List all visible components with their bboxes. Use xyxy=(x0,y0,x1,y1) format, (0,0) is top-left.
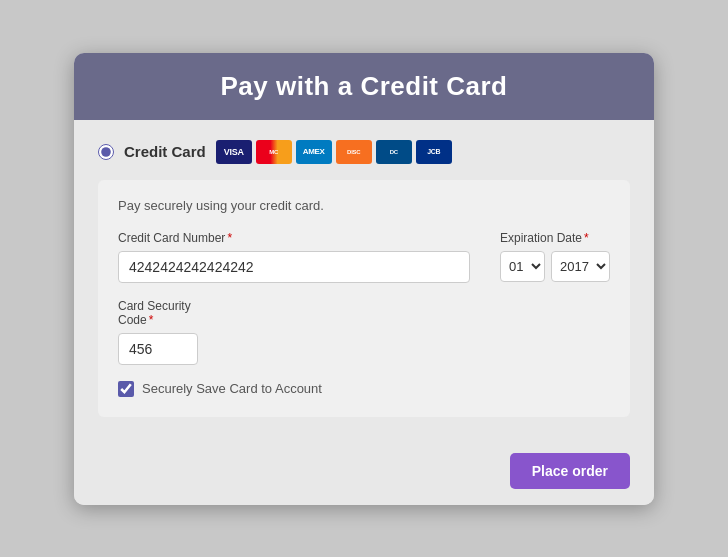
expiry-group: Expiration Date* 01 02 03 04 05 06 07 08 xyxy=(500,231,610,283)
card-number-row: Credit Card Number* Expiration Date* 01 … xyxy=(118,231,610,283)
required-star-cvv: * xyxy=(149,313,154,327)
place-order-button[interactable]: Place order xyxy=(510,453,630,489)
visa-icon: VISA xyxy=(216,140,252,164)
card-icons-group: VISA MC AMEX DISC DC JCB xyxy=(216,140,452,164)
payment-option-row: Credit Card VISA MC AMEX DISC DC JCB xyxy=(98,140,630,164)
modal-body: Credit Card VISA MC AMEX DISC DC JCB Pay… xyxy=(74,120,654,441)
card-number-input[interactable] xyxy=(118,251,470,283)
cvv-label: Card Security Code* xyxy=(118,299,218,327)
modal-footer: Place order xyxy=(74,441,654,505)
card-number-label: Credit Card Number* xyxy=(118,231,470,245)
expiry-year-select[interactable]: 2017 2018 2019 2020 2021 2022 2023 2024 … xyxy=(551,251,610,282)
modal-title: Pay with a Credit Card xyxy=(98,71,630,102)
required-star-ccn: * xyxy=(227,231,232,245)
payment-form-area: Pay securely using your credit card. Cre… xyxy=(98,180,630,417)
save-card-row: Securely Save Card to Account xyxy=(118,381,610,397)
expiry-selects: 01 02 03 04 05 06 07 08 09 10 11 12 xyxy=(500,251,610,282)
mastercard-icon: MC xyxy=(256,140,292,164)
cvv-group: Card Security Code* xyxy=(118,299,218,365)
payment-modal: Pay with a Credit Card Credit Card VISA … xyxy=(74,53,654,505)
cvv-row: Card Security Code* xyxy=(118,299,610,365)
save-card-label: Securely Save Card to Account xyxy=(142,381,322,396)
card-number-group: Credit Card Number* xyxy=(118,231,470,283)
expiry-label: Expiration Date* xyxy=(500,231,610,245)
credit-card-radio[interactable] xyxy=(98,144,114,160)
save-card-checkbox[interactable] xyxy=(118,381,134,397)
modal-header: Pay with a Credit Card xyxy=(74,53,654,120)
discover-icon: DISC xyxy=(336,140,372,164)
secure-text: Pay securely using your credit card. xyxy=(118,198,610,213)
cvv-input[interactable] xyxy=(118,333,198,365)
amex-icon: AMEX xyxy=(296,140,332,164)
expiry-month-select[interactable]: 01 02 03 04 05 06 07 08 09 10 11 12 xyxy=(500,251,545,282)
credit-card-label: Credit Card xyxy=(124,143,206,160)
diners-icon: DC xyxy=(376,140,412,164)
required-star-exp: * xyxy=(584,231,589,245)
jcb-icon: JCB xyxy=(416,140,452,164)
